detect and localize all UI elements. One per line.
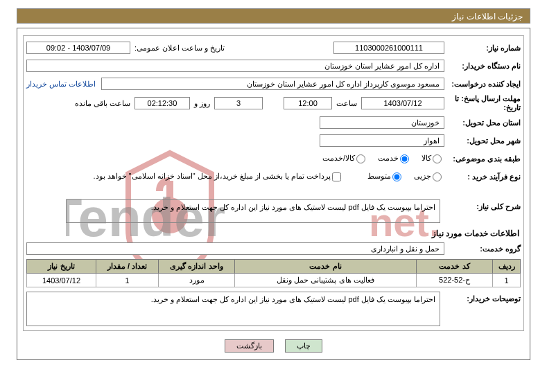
delivery-city-value: اهواز	[320, 134, 444, 147]
overall-desc-label: شرح کلی نیاز:	[444, 199, 521, 211]
deadline-label: مهلت ارسال پاسخ: تا تاریخ:	[444, 94, 521, 112]
outer-frame: AriaTender .net شماره نیاز: 110300026100…	[17, 28, 530, 360]
deadline-time-value: 12:00	[284, 97, 332, 109]
buyer-contact-link[interactable]: اطلاعات تماس خریدار	[26, 80, 101, 89]
th-row: ردیف	[493, 260, 521, 274]
radio-kala-service[interactable]: کالا/خدمت	[322, 154, 368, 163]
buyer-notes-label: توضیحات خریدار:	[444, 292, 521, 326]
need-number-value: 1103000261000111	[333, 42, 444, 54]
overall-desc-value: احتراما بپیوست یک فایل pdf لیست لاستیک ه…	[66, 199, 440, 223]
need-number-label: شماره نیاز:	[444, 44, 521, 53]
services-table: ردیف کد خدمت نام خدمت واحد اندازه گیری ت…	[26, 259, 521, 287]
service-group-value: حمل و نقل و انبارداری	[26, 242, 444, 255]
th-unit: واحد اندازه گیری	[159, 260, 235, 274]
radio-minor-input[interactable]	[433, 172, 442, 181]
back-button[interactable]: بازگشت	[225, 339, 274, 353]
print-button[interactable]: چاپ	[285, 339, 322, 353]
purchase-type-label: نوع فرآیند خرید :	[444, 172, 521, 181]
page-title: جزئیات اطلاعات نیاز	[17, 8, 530, 24]
th-name: نام خدمت	[235, 260, 417, 274]
payment-note-check[interactable]: پرداخت تمام یا بخشی از مبلغ خرید،از محل …	[93, 172, 344, 181]
deadline-date-value: 1403/07/12	[361, 97, 444, 109]
countdown-value: 02:12:30	[134, 97, 190, 109]
payment-note-checkbox[interactable]	[332, 172, 341, 181]
requester-value: مسعود موسوی کارپرداز اداره کل امور عشایر…	[101, 78, 444, 90]
buyer-org-value: اداره کل امور عشایر استان خوزستان	[26, 60, 444, 72]
services-info-title: اطلاعات خدمات مورد نیاز	[28, 229, 519, 238]
th-code: کد خدمت	[417, 260, 493, 274]
cell-code: ح-52-522	[417, 274, 493, 287]
days-suffix: روز و	[190, 99, 214, 108]
inner-frame: شماره نیاز: 1103000261000111 تاریخ و ساع…	[23, 35, 524, 331]
cell-row: 1	[493, 274, 521, 287]
radio-medium[interactable]: متوسط	[367, 172, 404, 181]
delivery-city-label: شهر محل تحویل:	[444, 136, 521, 145]
cell-unit: مورد	[159, 274, 235, 287]
radio-kala-input[interactable]	[433, 154, 442, 163]
days-remaining-value: 3	[214, 97, 263, 109]
cell-qty: 1	[96, 274, 159, 287]
radio-service[interactable]: خدمت	[378, 154, 412, 163]
table-row: 1 ح-52-522 فعالیت های پشتیبانی حمل ونقل …	[27, 274, 521, 287]
service-group-label: گروه خدمت:	[444, 244, 521, 253]
subject-class-label: طبقه بندی موضوعی:	[444, 154, 521, 163]
cell-name: فعالیت های پشتیبانی حمل ونقل	[235, 274, 417, 287]
delivery-province-label: استان محل تحویل:	[444, 118, 521, 127]
radio-kala[interactable]: کالا	[422, 154, 444, 163]
buyer-notes-value: احتراما بپیوست یک فایل pdf لیست لاستیک ه…	[26, 292, 440, 326]
remaining-suffix: ساعت باقی مانده	[71, 99, 134, 108]
radio-minor[interactable]: جزیی	[414, 172, 444, 181]
radio-service-input[interactable]	[400, 154, 409, 163]
radio-kala-service-input[interactable]	[356, 154, 365, 163]
delivery-province-value: خوزستان	[320, 116, 444, 129]
radio-medium-input[interactable]	[392, 172, 401, 181]
publish-datetime-label: تاریخ و ساعت اعلان عمومی:	[130, 44, 229, 53]
th-date: تاریخ نیاز	[27, 260, 96, 274]
cell-date: 1403/07/12	[27, 274, 96, 287]
table-header-row: ردیف کد خدمت نام خدمت واحد اندازه گیری ت…	[27, 260, 521, 274]
requester-label: ایجاد کننده درخواست:	[444, 80, 521, 89]
time-word: ساعت	[332, 99, 361, 108]
publish-datetime-value: 1403/07/09 - 09:02	[26, 42, 130, 54]
th-qty: تعداد / مقدار	[96, 260, 159, 274]
buyer-org-label: نام دستگاه خریدار:	[444, 62, 521, 71]
